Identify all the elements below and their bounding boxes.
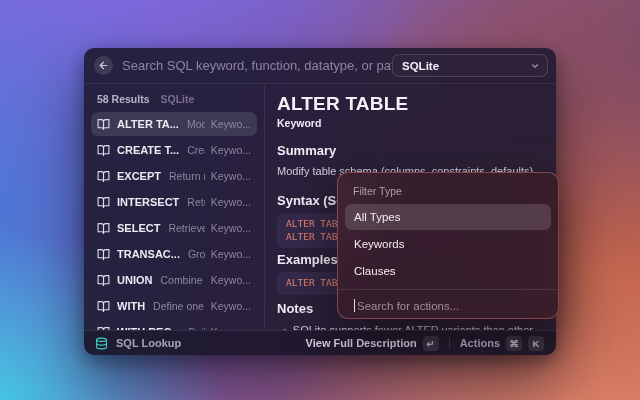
item-accessory: Keywo... — [211, 300, 251, 312]
filter-option-clauses[interactable]: Clauses — [345, 258, 551, 284]
book-open-icon — [97, 118, 110, 131]
list-item-with[interactable]: WITH Define one or m... Keywo... — [91, 294, 257, 318]
note-text: SQLite supports fewer ALTER variants tha… — [293, 323, 542, 331]
list-item-alter-table[interactable]: ALTER TA... Modify ta... Keywo... — [91, 112, 257, 136]
item-accessory: Keywo... — [211, 144, 251, 156]
list-item-transaction[interactable]: TRANSAC... Group st... Keywo... — [91, 242, 257, 266]
popover-section-label: Filter Type — [345, 180, 551, 204]
actions-search-input[interactable] — [357, 300, 542, 312]
text-cursor — [354, 299, 355, 312]
item-subtitle: Define one or m... — [153, 300, 205, 312]
chevron-down-icon — [530, 61, 540, 71]
statusbar-divider — [449, 337, 450, 349]
detail-type-badge: Keyword — [277, 117, 542, 130]
return-key-icon: ↵ — [423, 336, 439, 351]
book-open-icon — [97, 144, 110, 157]
book-open-icon — [97, 196, 110, 209]
back-button[interactable] — [94, 56, 113, 75]
view-full-description-button[interactable]: View Full Description ↵ — [303, 334, 442, 353]
detail-title: ALTER TABLE — [277, 92, 542, 115]
bullet-glyph: • — [283, 323, 287, 331]
arrow-left-icon — [98, 60, 109, 71]
list-item-union[interactable]: UNION Combine resul... Keywo... — [91, 268, 257, 292]
item-accessory: Keywo... — [211, 248, 251, 260]
command-key-icon: ⌘ — [506, 336, 522, 351]
actions-search — [345, 290, 551, 319]
list-item-with-recursive[interactable]: WITH REC... Build rec... Keywo... — [91, 320, 257, 330]
actions-menu-button[interactable]: Actions ⌘ K — [457, 334, 547, 353]
item-subtitle: Return ro... — [187, 196, 204, 208]
filter-option-all-types[interactable]: All Types — [345, 204, 551, 230]
item-title: SELECT — [117, 222, 160, 234]
item-title: WITH — [117, 300, 145, 312]
database-icon — [95, 337, 108, 350]
item-title: ALTER TA... — [117, 118, 179, 130]
item-title: CREATE T... — [117, 144, 179, 156]
app-name: SQL Lookup — [116, 337, 181, 349]
language-dropdown-value: SQLite — [402, 60, 439, 72]
book-open-icon — [97, 170, 110, 183]
actions-label: Actions — [460, 337, 500, 349]
status-bar: SQL Lookup View Full Description ↵ Actio… — [84, 330, 556, 355]
language-dropdown[interactable]: SQLite — [392, 54, 548, 77]
item-title: UNION — [117, 274, 152, 286]
item-subtitle: Create a... — [187, 144, 205, 156]
item-accessory: Keywo... — [211, 222, 251, 234]
book-open-icon — [97, 300, 110, 313]
results-list: 58 Results SQLite ALTER TA... Modify ta.… — [84, 84, 265, 330]
item-subtitle: Retrieve colu... — [168, 222, 204, 234]
filter-option-keywords[interactable]: Keywords — [345, 231, 551, 257]
item-subtitle: Combine resul... — [160, 274, 204, 286]
list-item-select[interactable]: SELECT Retrieve colu... Keywo... — [91, 216, 257, 240]
item-title: EXCEPT — [117, 170, 161, 182]
filter-type-popover: Filter Type All Types Keywords Clauses — [337, 172, 559, 319]
item-subtitle: Modify ta... — [187, 118, 205, 130]
search-input[interactable] — [122, 58, 392, 73]
summary-heading: Summary — [277, 143, 542, 159]
statusbar-actions: View Full Description ↵ Actions ⌘ K — [303, 334, 547, 353]
k-key: K — [528, 336, 544, 351]
note-item: • SQLite supports fewer ALTER variants t… — [277, 323, 542, 331]
results-count: 58 Results — [97, 93, 150, 105]
list-item-except[interactable]: EXCEPT Return rows f... Keywo... — [91, 164, 257, 188]
results-header: 58 Results SQLite — [91, 90, 257, 112]
item-title: INTERSECT — [117, 196, 179, 208]
item-title: TRANSAC... — [117, 248, 180, 260]
list-item-intersect[interactable]: INTERSECT Return ro... Keywo... — [91, 190, 257, 214]
list-item-create-table[interactable]: CREATE T... Create a... Keywo... — [91, 138, 257, 162]
item-accessory: Keywo... — [211, 196, 251, 208]
item-subtitle: Return rows f... — [169, 170, 205, 182]
results-scope: SQLite — [161, 93, 195, 105]
item-subtitle: Group st... — [188, 248, 205, 260]
view-full-description-label: View Full Description — [306, 337, 417, 349]
item-accessory: Keywo... — [211, 118, 251, 130]
search-bar: SQLite — [84, 48, 556, 84]
item-accessory: Keywo... — [211, 274, 251, 286]
book-open-icon — [97, 274, 110, 287]
book-open-icon — [97, 222, 110, 235]
item-accessory: Keywo... — [211, 170, 251, 182]
book-open-icon — [97, 248, 110, 261]
